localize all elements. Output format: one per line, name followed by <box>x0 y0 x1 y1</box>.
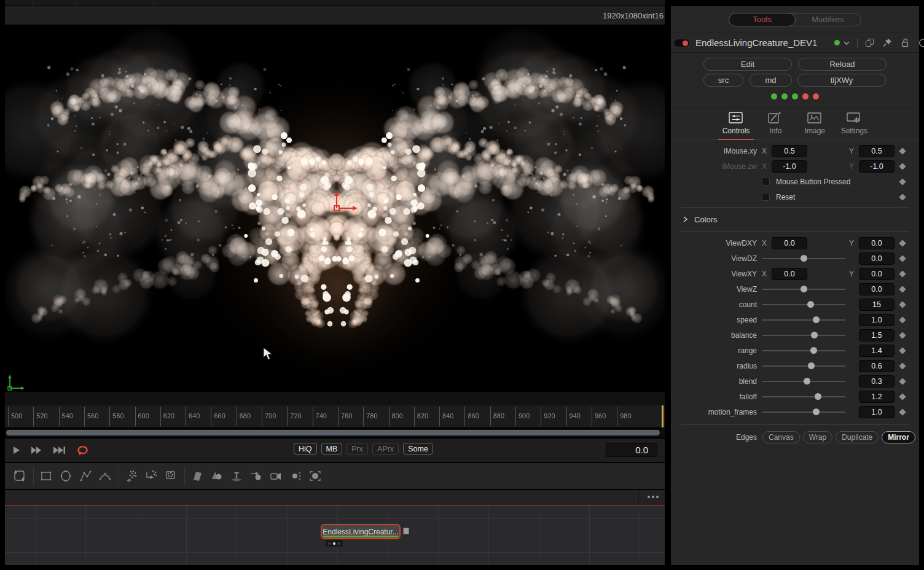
fast-forward-icon[interactable] <box>31 445 43 455</box>
timeline-ruler[interactable]: 5005205405605806006206406606807007207407… <box>5 405 665 428</box>
radius-slider[interactable] <box>762 362 845 370</box>
scrollbar-thumb[interactable] <box>6 430 660 435</box>
status-dot[interactable] <box>781 93 788 100</box>
viewdxy-x-input[interactable]: 0.0 <box>772 237 807 249</box>
copy-icon[interactable] <box>864 37 875 48</box>
playhead[interactable] <box>662 405 664 428</box>
md-button[interactable]: md <box>750 74 792 87</box>
blend-slider[interactable] <box>762 378 845 385</box>
text3d-icon[interactable]: T <box>229 468 244 484</box>
spotlight3d-icon[interactable] <box>288 468 303 484</box>
imageplane3d-icon[interactable] <box>190 468 205 484</box>
edges-option-wrap[interactable]: Wrap <box>803 431 832 443</box>
keyframe-diamond-icon[interactable] <box>899 193 906 200</box>
motion-frames-input[interactable]: 1.0 <box>859 406 895 418</box>
skip-to-end-icon[interactable] <box>53 445 66 455</box>
speed-input[interactable]: 1.0 <box>859 314 895 326</box>
keyframe-diamond-icon[interactable] <box>899 178 906 185</box>
keyframe-diamond-icon[interactable] <box>899 393 906 400</box>
tab-image[interactable]: Image <box>801 107 828 139</box>
viewxy-x-input[interactable]: 0.0 <box>772 268 807 280</box>
shape3d-icon[interactable] <box>209 468 224 484</box>
overflow-menu-button[interactable] <box>648 496 659 498</box>
node-dots-tab[interactable] <box>326 540 343 547</box>
keyframe-diamond-icon[interactable] <box>899 286 906 292</box>
tab-tools[interactable]: Tools <box>729 13 796 26</box>
keyframe-diamond-icon[interactable] <box>899 255 906 262</box>
imouse-zw-y-input[interactable]: -1.0 <box>859 160 895 173</box>
quality-button-some[interactable]: Some <box>403 443 433 455</box>
viewdz-slider[interactable] <box>762 255 845 262</box>
edges-option-mirror[interactable]: Mirror <box>882 431 915 443</box>
radius-input[interactable]: 0.6 <box>859 360 895 372</box>
viewz-slider[interactable] <box>762 286 845 293</box>
polygon-mask-icon[interactable] <box>78 468 93 484</box>
loop-icon[interactable] <box>76 444 91 456</box>
tab-controls[interactable]: Controls <box>722 107 750 139</box>
viewz-input[interactable]: 0.0 <box>859 283 895 295</box>
status-dot[interactable] <box>813 93 819 100</box>
pemitter-icon[interactable] <box>124 468 139 484</box>
imouse-xy-x-input[interactable]: 0.5 <box>772 145 807 157</box>
bspline-mask-icon[interactable] <box>98 468 112 484</box>
rectangle-mask-icon[interactable] <box>39 468 53 484</box>
src-button[interactable]: src <box>703 74 743 87</box>
status-dot[interactable] <box>792 93 798 100</box>
motion-frames-slider[interactable] <box>762 408 845 416</box>
keyframe-diamond-icon[interactable] <box>899 316 906 323</box>
camera3d-icon[interactable] <box>268 468 283 484</box>
keyframe-diamond-icon[interactable] <box>899 147 906 154</box>
keyframe-diamond-icon[interactable] <box>899 378 906 385</box>
history-icon[interactable] <box>918 37 924 48</box>
node-output-connector[interactable] <box>403 528 409 534</box>
prender-icon[interactable] <box>144 468 159 484</box>
viewdz-input[interactable]: 0.0 <box>859 252 895 265</box>
play-icon[interactable] <box>12 445 21 455</box>
quality-button-prx[interactable]: Prx <box>346 443 368 455</box>
quality-button-aprx[interactable]: APrx <box>372 443 399 455</box>
keyframe-diamond-icon[interactable] <box>899 301 906 308</box>
balance-slider[interactable] <box>762 332 845 339</box>
keyframe-diamond-icon[interactable] <box>899 362 906 369</box>
quality-button-hiq[interactable]: HiQ <box>294 443 317 455</box>
edges-option-canvas[interactable]: Canvas <box>762 431 800 443</box>
node-color-dot[interactable] <box>834 40 840 45</box>
pin-icon[interactable] <box>882 37 893 48</box>
edit-button[interactable]: Edit <box>703 58 792 71</box>
viewer-canvas[interactable] <box>5 25 665 392</box>
ellipse-mask-icon[interactable] <box>58 468 73 484</box>
pimage-emitter-icon[interactable] <box>163 468 178 484</box>
falloff-input[interactable]: 1.2 <box>859 391 895 403</box>
count-slider[interactable] <box>762 301 845 308</box>
transform-gizmo[interactable] <box>333 190 360 214</box>
merge3d-icon[interactable] <box>249 468 264 484</box>
keyframe-diamond-icon[interactable] <box>899 332 906 338</box>
node-endlesslivingcreature[interactable]: EndlessLivingCreatur... <box>321 524 401 539</box>
edges-option-duplicate[interactable]: Duplicate <box>836 431 879 443</box>
range-slider[interactable] <box>762 347 845 354</box>
viewdxy-y-input[interactable]: 0.0 <box>859 237 895 249</box>
keyframe-diamond-icon[interactable] <box>899 270 906 277</box>
keyframe-diamond-icon[interactable] <box>899 163 906 170</box>
colors-section-header[interactable]: Colors <box>671 210 919 228</box>
balance-input[interactable]: 1.5 <box>859 329 895 342</box>
chevron-down-icon[interactable] <box>843 40 850 46</box>
mouse-button-pressed-checkbox[interactable] <box>762 178 770 185</box>
current-time-field[interactable]: 0.0 <box>606 443 657 457</box>
status-dot[interactable] <box>802 93 808 100</box>
range-input[interactable]: 1.4 <box>859 345 895 357</box>
transform-icon[interactable] <box>12 468 27 484</box>
imouse-zw-x-input[interactable]: -1.0 <box>772 160 807 173</box>
node-enable-toggle[interactable] <box>673 39 690 47</box>
token-button[interactable]: tljXWy <box>797 74 886 87</box>
renderer3d-icon[interactable] <box>308 468 323 484</box>
keyframe-diamond-icon[interactable] <box>899 408 906 415</box>
reset-checkbox[interactable] <box>762 193 770 201</box>
timeline-scrollbar[interactable] <box>5 429 665 437</box>
speed-slider[interactable] <box>762 316 845 324</box>
tab-info[interactable]: Info <box>762 107 789 139</box>
quality-button-mb[interactable]: MB <box>321 443 343 455</box>
viewxy-y-input[interactable]: 0.0 <box>859 268 895 280</box>
status-dot[interactable] <box>771 93 777 100</box>
blend-input[interactable]: 0.3 <box>859 375 895 388</box>
